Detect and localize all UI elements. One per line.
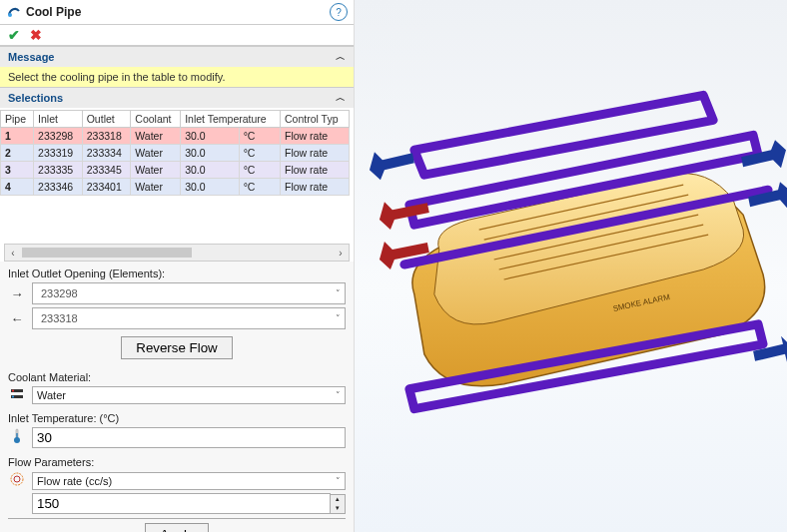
message-section: Message ︿ Select the cooling pipe in the… [0, 46, 354, 87]
cool-pipe-icon [6, 4, 22, 20]
spin-up-icon[interactable]: ▴ [331, 495, 345, 504]
io-label: Inlet Outlet Opening (Elements): [8, 267, 346, 279]
inlet-arrow-icon: → [8, 286, 26, 301]
table-row[interactable]: 4233346233401Water30.0°CFlow rate [1, 179, 350, 196]
flow-label: Flow Parameters: [8, 456, 346, 468]
scroll-left-icon[interactable]: ‹ [5, 248, 21, 259]
coolant-select[interactable]: Water˅ [32, 386, 346, 404]
3d-viewport[interactable]: SMOKE ALARM [355, 0, 787, 532]
inlet-arrow-icon [370, 152, 414, 180]
property-panel: Cool Pipe ? ✔ ✖ Message ︿ Select the coo… [0, 0, 355, 532]
help-icon[interactable]: ? [330, 3, 348, 21]
pipe-1[interactable] [414, 95, 713, 175]
panel-title: Cool Pipe [26, 5, 330, 19]
selections-section: Selections ︿ Pipe Inlet Outlet Coolant I… [0, 87, 354, 264]
outlet-field[interactable]: 233318˅ [32, 307, 346, 329]
reverse-flow-button[interactable]: Reverse Flow [121, 336, 232, 359]
titlebar: Cool Pipe ? [0, 0, 354, 25]
accept-bar: ✔ ✖ [0, 25, 354, 46]
svg-point-4 [12, 395, 14, 397]
ok-button[interactable]: ✔ [8, 27, 20, 43]
outlet-arrow-icon: ← [8, 311, 26, 326]
spin-down-icon[interactable]: ▾ [331, 504, 345, 513]
temp-label: Inlet Temperature: (°C) [8, 412, 346, 424]
svg-point-9 [14, 476, 20, 482]
thermometer-icon [8, 428, 26, 447]
material-icon [8, 387, 26, 404]
table-row[interactable]: 1233298233318Water30.0°CFlow rate [1, 128, 350, 145]
temp-input[interactable] [32, 427, 346, 448]
chevron-up-icon: ︿ [336, 91, 346, 105]
selections-header[interactable]: Selections ︿ [0, 88, 354, 108]
message-body: Select the cooling pipe in the table to … [0, 67, 354, 87]
table-row[interactable]: 2233319233334Water30.0°CFlow rate [1, 145, 350, 162]
flow-value-input[interactable] [32, 493, 331, 514]
table-hscroll[interactable]: ‹ › [4, 244, 350, 262]
scroll-thumb[interactable] [22, 248, 192, 258]
flow-icon [8, 471, 26, 490]
apply-button[interactable]: Apply [145, 523, 208, 532]
svg-point-3 [12, 389, 14, 391]
pipes-table[interactable]: Pipe Inlet Outlet Coolant Inlet Temperat… [0, 110, 350, 196]
svg-point-0 [8, 13, 12, 17]
svg-point-8 [11, 473, 23, 485]
message-header[interactable]: Message ︿ [0, 47, 354, 67]
svg-rect-7 [16, 433, 17, 439]
coolant-label: Coolant Material: [8, 371, 346, 383]
inlet-field[interactable]: 233298˅ [32, 282, 346, 304]
cancel-button[interactable]: ✖ [30, 27, 42, 43]
table-row[interactable]: 3233335233345Water30.0°CFlow rate [1, 162, 350, 179]
flow-type-select[interactable]: Flow rate (cc/s)˅ [32, 472, 346, 490]
chevron-up-icon: ︿ [336, 50, 346, 64]
scroll-right-icon[interactable]: › [333, 248, 349, 259]
